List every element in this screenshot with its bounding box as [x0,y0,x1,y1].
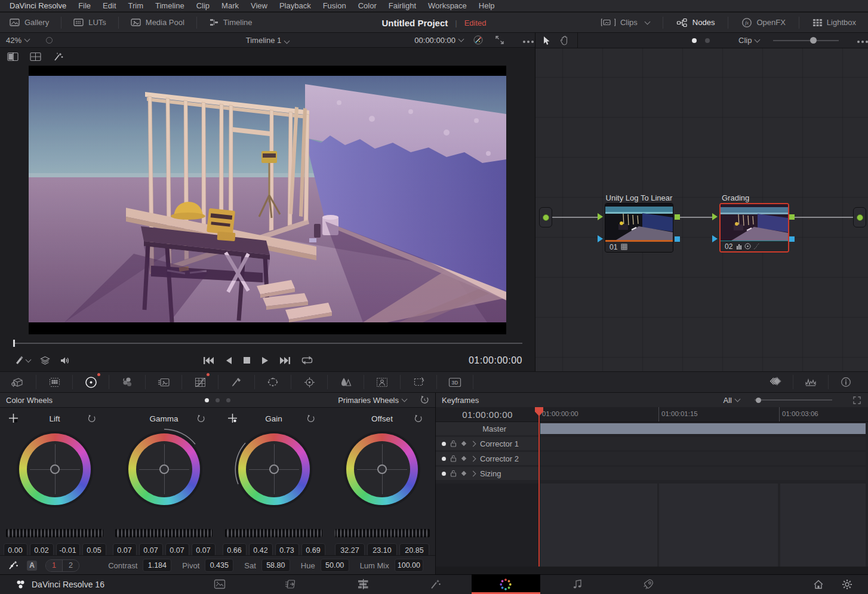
tweaker-wand-icon[interactable] [7,560,19,571]
track-enable-dot[interactable] [442,457,446,461]
node1-rgb-output[interactable] [675,214,680,220]
gain-wheel[interactable] [236,431,312,507]
chevron-expand-icon[interactable] [470,441,476,447]
corrector-node-2[interactable]: 02 [719,203,789,253]
pan-tool-icon[interactable] [560,36,569,45]
keyframe-diamond-icon[interactable] [461,470,467,476]
gamma-master-wheel[interactable] [115,529,213,537]
keyframes-grid[interactable] [436,484,868,567]
grab-still-icon[interactable] [14,355,30,365]
gain-wheel-handle[interactable] [269,464,279,474]
keyframe-track-corrector2[interactable]: Corrector 2 [436,452,868,465]
keyframe-track-master[interactable]: Master [436,422,868,435]
source-node[interactable] [539,207,552,227]
stop-button[interactable] [243,356,251,364]
lock-icon[interactable] [450,440,457,447]
scopes-icon[interactable] [793,375,828,389]
color-wheels-icon[interactable] [73,375,109,389]
lock-icon[interactable] [450,455,457,462]
offset-master-wheel[interactable] [334,529,430,537]
node-connection[interactable] [795,217,853,218]
page-edit[interactable] [346,574,380,594]
viewer-options-icon[interactable] [523,36,525,45]
settings-gear-icon[interactable] [830,574,864,594]
menu-view[interactable]: View [245,1,273,10]
gain-master-wheel[interactable] [225,529,322,537]
offset-wheel-handle[interactable] [377,464,387,474]
node-connection[interactable] [552,217,598,218]
chevron-expand-icon[interactable] [470,470,476,476]
menu-fairlight[interactable]: Fairlight [383,1,422,10]
node-graph[interactable]: Unity Log To Linear 01 [535,48,868,371]
lift-wheel[interactable] [17,431,93,507]
lift-reset-icon[interactable] [87,414,96,423]
color-match-icon[interactable] [36,375,73,389]
image-wipe-icon[interactable] [7,52,19,61]
grade-wand-icon[interactable] [473,35,484,45]
wheels-mode-dropdown[interactable]: Primaries Wheels [338,396,407,405]
lift-wheel-handle[interactable] [50,464,60,474]
corrector-node-1[interactable]: 01 [605,203,673,253]
keyframes-zoom-slider[interactable] [755,393,832,407]
keyframes-zoom-knob[interactable] [756,398,761,403]
menu-trim[interactable]: Trim [122,1,150,10]
node2-rgb-output[interactable] [789,214,795,220]
reset-all-icon[interactable] [420,395,429,405]
track-enable-dot[interactable] [442,472,446,476]
nodes-button[interactable]: Nodes [668,13,724,32]
step-back-button[interactable] [225,356,232,365]
play-button[interactable] [261,356,269,365]
gamma-reset-icon[interactable] [196,414,205,423]
lum-mix-value[interactable]: 100.00 [395,559,423,572]
wipe-modes-icon[interactable] [40,356,50,365]
node1-rgb-input[interactable] [598,213,603,220]
openfx-button[interactable]: fx OpenFX [733,13,793,32]
node2-key-input[interactable] [712,235,718,242]
node2-rgb-input[interactable] [712,213,718,220]
menu-workspace[interactable]: Workspace [422,1,473,10]
menu-app[interactable]: DaVinci Resolve [4,1,72,10]
page-fairlight[interactable] [561,574,594,594]
menu-mark[interactable]: Mark [216,1,245,10]
sizing-icon[interactable] [401,375,437,389]
qualifier-icon[interactable] [218,375,255,389]
node-zoom-slider[interactable] [773,40,839,41]
wheels-page-1[interactable]: 1 [46,560,63,571]
viewer-zoom-dropdown[interactable]: 42% [0,36,29,45]
gain-reset-icon[interactable] [306,414,315,423]
keyframes-palette-icon[interactable] [758,375,793,389]
pivot-value[interactable]: 0.435 [205,559,233,572]
viewer-stage[interactable] [29,66,506,334]
node1-key-input[interactable] [598,235,603,242]
node-options-icon[interactable] [857,36,860,45]
page-color[interactable] [489,574,522,594]
key-icon[interactable] [364,375,401,389]
viewer-scrubber[interactable] [13,339,522,347]
keyframe-track-corrector1[interactable]: Corrector 1 [436,437,868,450]
page-deliver[interactable] [632,574,665,594]
node-connection[interactable] [680,217,713,218]
output-node[interactable] [853,207,866,227]
bypass-grades-toggle[interactable] [46,37,53,44]
blur-icon[interactable] [328,375,364,389]
menu-playback[interactable]: Playback [273,1,317,10]
lift-master-wheel[interactable] [6,529,103,537]
menu-fusion[interactable]: Fusion [317,1,352,10]
select-tool-icon[interactable] [543,36,550,45]
power-window-icon[interactable] [255,375,291,389]
split-screen-icon[interactable] [30,52,42,61]
auto-balance-button[interactable]: A [27,561,37,571]
rgb-mixer-icon[interactable] [109,375,146,389]
viewer-timecode-dropdown[interactable]: 00:00:00:00 [414,36,463,45]
tracker-icon[interactable] [291,375,328,389]
node1-key-output[interactable] [675,236,680,242]
menu-color[interactable]: Color [352,1,383,10]
gamma-wheel[interactable] [126,431,202,507]
node-page-dot-1[interactable] [692,38,697,43]
wheels-page-dot-2[interactable] [216,398,220,402]
node2-key-output[interactable] [789,236,795,242]
keyframe-track-sizing[interactable]: Sizing [436,467,868,480]
clips-button[interactable]: Clips [592,13,658,32]
scrubber-playhead[interactable] [13,340,15,347]
gallery-button[interactable]: Gallery [1,13,57,32]
